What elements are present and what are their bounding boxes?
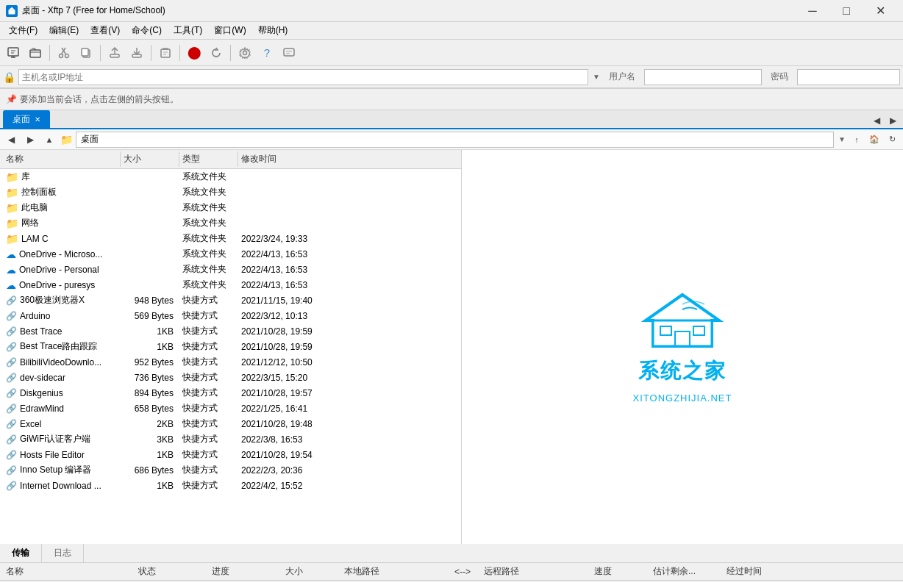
file-row[interactable]: 📁 LAM C 系统文件夹 2022/3/24, 19:33 [0,231,461,246]
tab-desktop[interactable]: 桌面 ✕ [3,110,50,128]
file-name-cell: 📁 此电脑 [3,201,121,215]
file-row[interactable]: ☁ OneDrive - Personal 系统文件夹 2022/4/13, 1… [0,262,461,277]
tab-close-button[interactable]: ✕ [35,115,40,123]
col-type[interactable]: 类型 [179,151,238,167]
folder-icon: 📁 [6,187,18,198]
refresh-button[interactable] [206,43,226,63]
file-row[interactable]: ☁ OneDrive - Microsо... 系统文件夹 2022/4/13,… [0,246,461,262]
file-icon: 🔗 [6,357,17,368]
file-row[interactable]: 🔗 Hosts File Editor 1KB 快捷方式 2021/10/28,… [0,447,461,462]
col-size[interactable]: 大小 [121,151,179,167]
chat-button[interactable] [279,43,299,63]
file-name-cell: 🔗 Best Trace路由跟踪 [3,340,121,354]
tab-prev-button[interactable]: ◀ [869,113,884,128]
cut-button[interactable] [54,43,74,63]
address-dropdown-arrow[interactable]: ▼ [838,135,846,143]
host-input[interactable] [18,69,588,85]
file-name: Hosts File Editor [20,450,85,460]
file-row[interactable]: 📁 控制面板 系统文件夹 [0,184,461,200]
paste-button[interactable] [155,43,176,63]
file-name-cell: 📁 库 [3,170,121,184]
menu-command[interactable]: 命令(C) [126,23,168,38]
file-row[interactable]: 🔗 Best Trace 1KB 快捷方式 2021/10/28, 19:59 [0,323,461,339]
nav-up-button[interactable]: ▲ [41,132,57,148]
file-row[interactable]: 🔗 dev-sidecar 736 Bytes 快捷方式 2022/3/15, … [0,370,461,385]
file-row[interactable]: 🔗 Inno Setup 编译器 686 Bytes 快捷方式 2022/2/3… [0,462,461,478]
file-modified: 2022/3/15, 15:20 [238,372,356,384]
file-row[interactable]: 🔗 Best Trace路由跟踪 1KB 快捷方式 2021/10/28, 19… [0,339,461,354]
hint-text: 要添加当前会话，点击左侧的箭头按钮。 [20,93,897,106]
file-row[interactable]: 🔗 Internet Download ... 1KB 快捷方式 2022/4/… [0,478,461,493]
file-type: 系统文件夹 [179,185,238,199]
file-size: 1KB [121,326,179,337]
file-row[interactable]: 🔗 BilibiliVideoDownlo... 952 Bytes 快捷方式 … [0,354,461,370]
close-button[interactable]: ✕ [863,0,897,22]
file-name-cell: 🔗 BilibiliVideoDownlo... [3,356,121,368]
file-type: 系统文件夹 [179,232,238,245]
file-name: Diskgenius [20,388,63,398]
svg-point-11 [65,54,69,57]
file-name-cell: 📁 控制面板 [3,185,121,199]
menu-help[interactable]: 帮助(H) [252,23,294,38]
home-button[interactable]: 🏠 [866,132,882,148]
logo-svg [638,291,727,350]
svg-rect-2 [8,48,18,56]
col-name[interactable]: 名称 [3,151,121,167]
username-input[interactable] [644,69,762,85]
file-row[interactable]: 📁 网络 系统文件夹 [0,215,461,231]
file-name: Best Trace [20,326,62,337]
refresh-dir-button[interactable]: ↻ [884,132,900,148]
file-row[interactable]: 🔗 EdrawMind 658 Bytes 快捷方式 2022/1/25, 16… [0,401,461,416]
file-size: 3KB [121,434,179,445]
file-row[interactable]: 🔗 Diskgenius 894 Bytes 快捷方式 2021/10/28, … [0,385,461,401]
maximize-button[interactable]: □ [829,0,863,22]
file-row[interactable]: 🔗 360极速浏览器X 948 Bytes 快捷方式 2021/11/15, 1… [0,293,461,308]
menu-bar: 文件(F) 编辑(E) 查看(V) 命令(C) 工具(T) 窗口(W) 帮助(H… [0,22,903,40]
stop-button[interactable]: ⬤ [184,43,204,63]
file-name: 网络 [21,217,39,229]
file-modified: 2022/4/13, 16:53 [238,279,356,291]
col-modified[interactable]: 修改时间 [238,151,356,167]
app-icon [6,5,18,17]
upload-button[interactable] [104,43,125,63]
tab-log[interactable]: 日志 [42,544,84,562]
menu-tools[interactable]: 工具(T) [168,23,208,38]
file-name-cell: 🔗 Hosts File Editor [3,449,121,461]
address-input[interactable] [76,132,834,148]
file-row[interactable]: 🔗 Excel 2KB 快捷方式 2021/10/28, 19:48 [0,416,461,431]
minimize-button[interactable]: ─ [796,0,829,22]
file-modified: 2022/2/3, 20:36 [238,465,356,476]
open-session-button[interactable] [25,43,46,63]
menu-window[interactable]: 窗口(W) [208,23,251,38]
file-size: 569 Bytes [121,310,179,322]
file-row[interactable]: 🔗 Arduino 569 Bytes 快捷方式 2022/3/12, 10:1… [0,308,461,323]
file-type: 快捷方式 [179,340,238,354]
file-type: 快捷方式 [179,401,238,415]
tab-next-button[interactable]: ▶ [885,113,900,128]
host-dropdown-arrow[interactable]: ▼ [593,73,600,81]
transfer-header: 名称 状态 进度 大小 本地路径 <--> 远程路径 速度 估计剩余... 经过… [0,563,903,581]
file-row[interactable]: 📁 库 系统文件夹 [0,169,461,184]
copy-button[interactable] [76,43,96,63]
new-session-button[interactable] [3,43,24,63]
file-icon: 🔗 [6,450,17,460]
go-up-button[interactable]: ↑ [849,132,865,148]
help-button[interactable]: ? [257,43,277,63]
nav-back-button[interactable]: ◀ [3,132,19,148]
svg-rect-0 [9,10,15,14]
file-name: 库 [21,171,30,183]
file-row[interactable]: 🔗 GiWiFi认证客户端 3KB 快捷方式 2022/3/8, 16:53 [0,431,461,447]
download-button[interactable] [126,43,147,63]
nav-forward-button[interactable]: ▶ [22,132,38,148]
file-size: 658 Bytes [121,403,179,415]
password-input[interactable] [797,69,900,85]
file-name-cell: ☁ OneDrive - Microsо... [3,248,121,261]
file-modified [238,223,356,224]
menu-file[interactable]: 文件(F) [3,23,43,38]
file-row[interactable]: ☁ OneDrive - puresys 系统文件夹 2022/4/13, 16… [0,277,461,293]
tab-transfer[interactable]: 传输 [0,544,42,562]
menu-view[interactable]: 查看(V) [85,23,126,38]
file-row[interactable]: 📁 此电脑 系统文件夹 [0,200,461,215]
menu-edit[interactable]: 编辑(E) [43,23,85,38]
settings-button[interactable] [235,43,255,63]
